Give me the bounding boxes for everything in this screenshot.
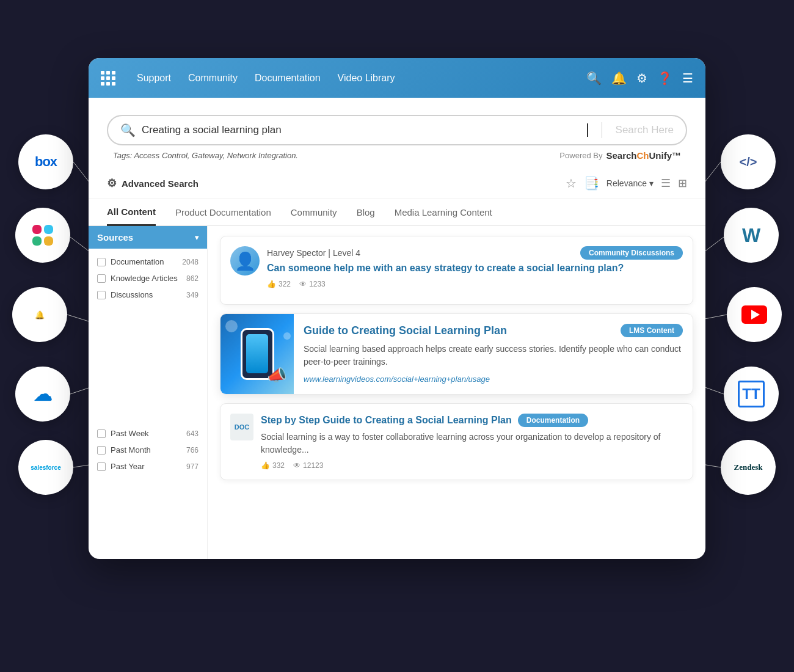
nav-support[interactable]: Support: [137, 73, 171, 84]
checkbox-knowledge-articles[interactable]: [97, 274, 106, 283]
nav-links: Support Community Documentation Video Li…: [137, 73, 568, 84]
help-icon[interactable]: ❓: [657, 71, 672, 86]
sidebar-item-documentation[interactable]: Documentation 2048: [89, 254, 207, 270]
browser-window: Support Community Documentation Video Li…: [89, 58, 705, 559]
sidebar-item-past-year[interactable]: Past Year 977: [89, 458, 207, 475]
phone-screen: [246, 334, 268, 373]
doc-content: Step by Step Guide to Creating a Social …: [261, 414, 683, 470]
sidebar-count-discussions: 349: [186, 291, 198, 299]
brand-slack: [15, 208, 70, 263]
list-view-icon[interactable]: ☰: [661, 177, 671, 190]
community-badge: Community Discussions: [580, 246, 683, 260]
sources-header[interactable]: Sources ▾: [89, 226, 207, 249]
lms-title[interactable]: Guide to Creating Social Learning Plan: [304, 324, 614, 338]
powered-by-label: Powered By: [559, 151, 602, 160]
youtube-play: [751, 310, 760, 320]
filter-bar: ⚙ Advanced Search ☆ 📑 Relevance ▾ ☰ ⊞: [89, 168, 705, 199]
salesforce-logo: salesforce: [31, 464, 60, 471]
nav-video-library[interactable]: Video Library: [338, 73, 395, 84]
decoration-circle-1: [225, 320, 238, 332]
doc-result-card: DOC Step by Step Guide to Creating a Soc…: [220, 403, 693, 480]
tt-icon: TT: [738, 381, 765, 407]
checkbox-discussions[interactable]: [97, 291, 106, 299]
scene: box 🔔 ☁ salesforce </> W TT Zendesk: [0, 0, 794, 672]
search-divider: [602, 122, 602, 138]
grid-view-icon[interactable]: ⊞: [678, 177, 687, 190]
likes-stat: 👍 322: [267, 280, 291, 288]
tab-product-documentation[interactable]: Product Documentation: [175, 200, 271, 226]
apps-grid-icon[interactable]: [101, 71, 115, 86]
sharepoint-icon: ☁: [34, 384, 52, 405]
sources-chevron-icon: ▾: [195, 233, 198, 242]
search-query-text: Creating a social learning plan: [142, 124, 581, 136]
search-placeholder-text: Search Here: [616, 124, 674, 136]
nav-icons: 🔍 🔔 ⚙ ❓ ☰: [586, 71, 693, 86]
lms-card-content: Guide to Creating Social Learning Plan L…: [294, 314, 693, 394]
tab-community[interactable]: Community: [291, 200, 337, 226]
relevance-label: Relevance: [606, 178, 647, 188]
tab-blog[interactable]: Blog: [357, 200, 375, 226]
tags-text: Tags: Access Control, Gateway, Network I…: [113, 151, 298, 160]
search-icon: 🔍: [120, 123, 136, 137]
slack-icon: [27, 220, 58, 250]
doc-eye-icon: 👁: [293, 461, 300, 470]
eye-icon: 👁: [299, 280, 307, 288]
brand-youtube: [727, 287, 782, 342]
sidebar: Sources ▾ Documentation 2048 Knowledge A…: [89, 226, 208, 559]
searchunify-logo: SearchChUnify™: [606, 150, 681, 161]
doc-title[interactable]: Step by Step Guide to Creating a Social …: [261, 415, 512, 426]
brand-zendesk: Zendesk: [721, 440, 776, 495]
nav-bar: Support Community Documentation Video Li…: [89, 58, 705, 98]
tab-media-learning[interactable]: Media Learning Content: [395, 200, 492, 226]
sources-label: Sources: [97, 232, 133, 243]
cursor: [587, 123, 588, 137]
advanced-search-button[interactable]: ⚙ Advanced Search: [107, 174, 198, 192]
doc-card-header: DOC Step by Step Guide to Creating a Soc…: [230, 414, 683, 470]
tab-all-content[interactable]: All Content: [107, 199, 156, 226]
brand-salesforce: salesforce: [18, 440, 73, 495]
views-count: 1233: [309, 280, 326, 288]
tags-line: Tags: Access Control, Gateway, Network I…: [107, 150, 687, 161]
settings-icon[interactable]: ⚙: [636, 71, 647, 86]
menu-icon[interactable]: ☰: [682, 71, 693, 86]
checkbox-past-month[interactable]: [97, 446, 106, 455]
doc-icon: DOC: [230, 414, 253, 440]
search-nav-icon[interactable]: 🔍: [586, 71, 602, 86]
filter-lines-icon: ⚙: [107, 177, 117, 190]
checkbox-documentation[interactable]: [97, 258, 106, 266]
brand-box: box: [18, 134, 73, 189]
code-icon: </>: [740, 155, 757, 169]
advanced-search-label: Advanced Search: [122, 178, 198, 189]
nav-community[interactable]: Community: [188, 73, 238, 84]
sidebar-count-past-month: 766: [186, 446, 198, 455]
doc-likes-stat: 👍 332: [261, 461, 285, 470]
bell-icon[interactable]: 🔔: [611, 71, 627, 86]
powered-by: Powered By SearchChUnify™: [559, 150, 681, 161]
relevance-chevron-icon: ▾: [649, 178, 654, 188]
sidebar-item-knowledge-articles[interactable]: Knowledge Articles 862: [89, 270, 207, 287]
lms-description: Social learning based approach helps cre…: [304, 343, 683, 368]
thumbs-up-icon: 👍: [267, 280, 276, 288]
community-card-header: 👤 Harvey Spector | Level 4 Community Dis…: [230, 246, 683, 288]
lms-url[interactable]: www.learningvideos.com/social+learning+p…: [304, 374, 490, 384]
zendesk-logo: Zendesk: [734, 462, 763, 472]
nav-documentation[interactable]: Documentation: [255, 73, 321, 84]
sidebar-item-past-week[interactable]: Past Week 643: [89, 425, 207, 442]
avatar-emoji: 👤: [235, 251, 256, 271]
sidebar-count-documentation: 2048: [182, 258, 198, 266]
bookmark-icon[interactable]: 📑: [584, 176, 599, 191]
relevance-dropdown[interactable]: Relevance ▾: [606, 178, 654, 188]
sidebar-item-past-month[interactable]: Past Month 766: [89, 442, 207, 458]
checkbox-past-week[interactable]: [97, 429, 106, 438]
decoration-circle-2: [283, 332, 291, 340]
community-result-card: 👤 Harvey Spector | Level 4 Community Dis…: [220, 236, 693, 305]
sidebar-label-past-week: Past Week: [111, 429, 181, 438]
checkbox-past-year[interactable]: [97, 462, 106, 471]
sidebar-label-discussions: Discussions: [111, 290, 181, 299]
brand-sharepoint: ☁: [15, 367, 70, 422]
sidebar-item-discussions[interactable]: Discussions 349: [89, 287, 207, 303]
star-icon[interactable]: ☆: [566, 176, 577, 191]
results-area: 👤 Harvey Spector | Level 4 Community Dis…: [208, 226, 705, 559]
doc-thumbs-icon: 👍: [261, 461, 270, 470]
community-result-title[interactable]: Can someone help me with an easy strateg…: [267, 262, 683, 275]
